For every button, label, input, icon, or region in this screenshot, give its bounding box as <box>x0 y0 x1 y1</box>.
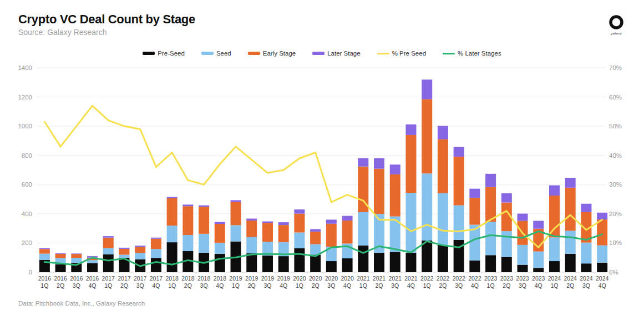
x-axis-label: 20243Q <box>580 275 593 289</box>
right-axis-tick: 70% <box>609 64 622 71</box>
x-axis-label: 20193Q <box>261 275 275 289</box>
bar-segment-pre_seed <box>294 248 305 272</box>
bar-segment-early_stage <box>246 221 257 237</box>
line-pct_pre_seed_line <box>44 106 602 247</box>
bar-segment-seed <box>246 237 257 253</box>
bar-segment-later_stage <box>405 124 416 135</box>
bar-segment-pre_seed <box>438 245 448 272</box>
bar-segment-pre_seed <box>326 261 337 272</box>
x-axis-label: 20171Q <box>102 275 115 289</box>
legend-label: Later Stage <box>327 50 360 57</box>
bar-segment-pre_seed <box>405 253 416 272</box>
x-axis-label: 20164Q <box>86 275 99 289</box>
legend-item-pre-seed: % Pre Seed <box>377 50 426 57</box>
bar-segment-later_stage <box>71 253 82 254</box>
left-axis-tick: 1200 <box>18 94 32 101</box>
bar-segment-later_stage <box>358 158 368 167</box>
bar-segment-pre_seed <box>597 263 607 272</box>
bar-segment-pre_seed <box>581 263 591 272</box>
bar-segment-early_stage <box>262 223 273 242</box>
bar-segment-pre_seed <box>501 257 512 272</box>
bar-segment-later_stage <box>278 222 289 225</box>
bar-segment-seed <box>358 212 368 246</box>
bar-segment-early_stage <box>422 99 432 174</box>
x-axis-label: 20234Q <box>532 275 545 289</box>
x-axis-label: 20224Q <box>468 275 481 289</box>
x-axis-label: 20184Q <box>214 275 227 289</box>
right-axis-labels: 0%10%20%30%40%50%60%70% <box>609 64 622 276</box>
bar-segment-later_stage <box>262 222 273 223</box>
bar-segment-pre_seed <box>215 254 225 272</box>
x-axis-label: 20233Q <box>516 275 529 289</box>
bar-segment-pre_seed <box>55 264 66 272</box>
right-axis-tick: 30% <box>609 181 622 188</box>
galaxy-logo: galaxy <box>604 14 628 35</box>
bar-segment-pre_seed <box>246 253 257 272</box>
left-axis-tick: 0 <box>29 269 32 276</box>
bar-segment-later_stage <box>390 164 400 174</box>
bar-segment-seed <box>518 245 528 265</box>
x-axis-label: 20213Q <box>389 275 402 289</box>
x-axis-labels: 20161Q20162Q20163Q20164Q20171Q20172Q2017… <box>38 275 609 289</box>
x-axis-label: 20192Q <box>245 275 258 289</box>
legend-bar-swatch <box>201 52 214 55</box>
bar-segment-later_stage <box>326 219 337 223</box>
bar-segment-later_stage <box>518 214 528 221</box>
bar-segment-seed <box>151 249 161 258</box>
x-axis-label: 20203Q <box>325 275 338 289</box>
bar-segment-early_stage <box>310 232 321 244</box>
x-axis-label: 20191Q <box>229 275 242 289</box>
bar-segment-seed <box>135 253 145 259</box>
bar-segment-later_stage <box>549 186 560 196</box>
legend-item-seed: Seed <box>201 50 231 57</box>
bar-segment-seed <box>87 260 98 263</box>
bar-segment-later_stage <box>485 174 496 187</box>
bar-segment-seed <box>485 222 496 255</box>
bar-segment-early_stage <box>597 219 607 246</box>
x-axis-label: 20222Q <box>437 275 450 289</box>
bar-segment-pre_seed <box>374 253 384 272</box>
bar-segment-seed <box>533 252 544 268</box>
legend-bar-swatch <box>248 52 260 55</box>
bar-segment-seed <box>103 248 114 254</box>
x-axis-label: 20223Q <box>452 275 465 289</box>
bar-segment-early_stage <box>374 169 384 214</box>
bar-segment-seed <box>39 254 50 260</box>
bar-segment-seed <box>581 243 591 264</box>
bar-segment-seed <box>199 234 209 253</box>
bar-segment-later_stage <box>501 193 512 203</box>
bar-segment-pre_seed <box>533 268 544 272</box>
bar-segment-pre_seed <box>549 261 560 272</box>
bar-segment-early_stage <box>231 202 241 226</box>
bar-segment-later_stage <box>103 236 114 238</box>
bar-segment-early_stage <box>151 239 161 249</box>
bar-segment-pre_seed <box>87 263 98 272</box>
bar-segment-early_stage <box>326 224 337 247</box>
page-title: Crypto VC Deal Count by Stage <box>18 12 195 27</box>
bar-segment-pre_seed <box>518 265 528 272</box>
bar-segment-early_stage <box>103 238 114 248</box>
bar-segment-early_stage <box>119 249 129 255</box>
bar-segment-later_stage <box>533 221 544 228</box>
bar-segment-seed <box>565 231 576 254</box>
bar-segment-early_stage <box>454 157 464 206</box>
bar-segment-seed <box>405 193 416 253</box>
bar-segment-pre_seed <box>167 242 178 272</box>
bar-segment-seed <box>438 193 448 245</box>
bar-segment-later_stage <box>231 200 241 202</box>
x-axis-label: 20181Q <box>165 275 179 289</box>
galaxy-ring-icon <box>608 14 625 31</box>
x-axis-label: 20161Q <box>38 275 52 289</box>
left-axis-tick: 200 <box>22 239 32 246</box>
bar-segment-early_stage <box>278 225 289 242</box>
source-subtitle: Source: Galaxy Research <box>18 28 107 37</box>
right-axis-tick: 50% <box>609 123 622 129</box>
x-axis-label: 20212Q <box>373 275 386 289</box>
bar-segment-later_stage <box>39 248 50 249</box>
bar-segment-seed <box>119 254 129 257</box>
x-axis-label: 20221Q <box>420 275 434 289</box>
bar-segment-pre_seed <box>310 254 321 272</box>
bar-segment-later_stage <box>182 204 193 206</box>
x-axis-label: 20194Q <box>277 275 291 289</box>
x-axis-label: 20183Q <box>197 275 211 289</box>
